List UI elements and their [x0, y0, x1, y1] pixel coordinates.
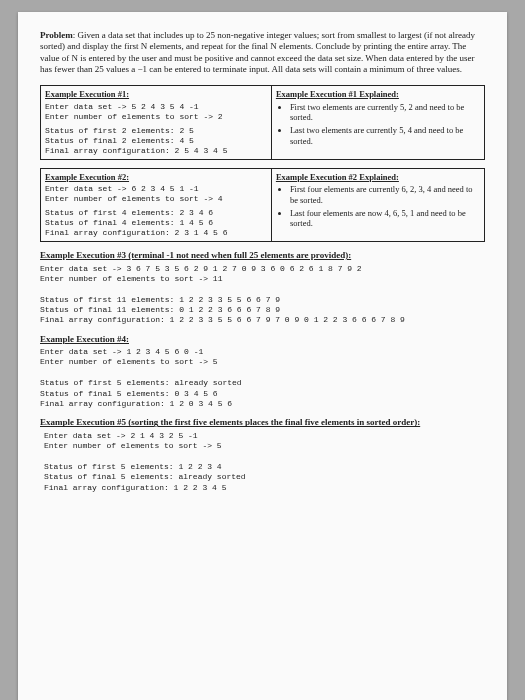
example-2-line1: Enter data set -> 6 2 3 4 5 1 -1: [45, 184, 267, 194]
example-5-line4: Status of final 5 elements: already sort…: [44, 472, 246, 481]
example-3-head: Example Execution #3 (terminal -1 not ne…: [40, 250, 485, 261]
example-2-bullets: First four elements are currently 6, 2, …: [276, 184, 480, 229]
example-5-line5: Final array configuration: 1 2 2 3 4 5: [44, 483, 226, 492]
example-5-line3: Status of first 5 elements: 1 2 2 3 4: [44, 462, 222, 471]
example-4-line4: Status of final 5 elements: 0 3 4 5 6: [40, 389, 218, 398]
example-2-line5: Final array configuration: 2 3 1 4 5 6: [45, 228, 267, 238]
example-5-line2: Enter number of elements to sort -> 5: [44, 441, 222, 450]
example-4-line1: Enter data set -> 1 2 3 4 5 6 0 -1: [40, 347, 203, 356]
example-1-bullet-1: First two elements are currently 5, 2 an…: [290, 102, 480, 123]
example-2-line4: Status of final 4 elements: 1 4 5 6: [45, 218, 267, 228]
example-3-line4: Status of final 11 elements: 0 1 2 2 3 6…: [40, 305, 280, 314]
example-1-head: Example Execution #1:: [45, 89, 267, 100]
example-3-line5: Final array configuration: 1 2 2 3 3 5 5…: [40, 315, 405, 324]
example-5-head: Example Execution #5 (sorting the first …: [40, 417, 485, 428]
example-2-right: Example Execution #2 Explained: First fo…: [271, 168, 484, 242]
example-1-table: Example Execution #1: Enter data set -> …: [40, 85, 485, 160]
example-3-block: Enter data set -> 3 6 7 5 3 5 6 2 9 1 2 …: [40, 264, 485, 326]
example-1-left: Example Execution #1: Enter data set -> …: [41, 86, 272, 160]
example-1-right: Example Execution #1 Explained: First tw…: [271, 86, 484, 160]
example-4-line2: Enter number of elements to sort -> 5: [40, 357, 218, 366]
example-1-line4: Status of final 2 elements: 4 5: [45, 136, 267, 146]
example-4-block: Enter data set -> 1 2 3 4 5 6 0 -1 Enter…: [40, 347, 485, 409]
problem-statement: Problem: Given a data set that includes …: [40, 30, 485, 75]
example-1-bullet-2: Last two elements are currently 5, 4 and…: [290, 125, 480, 146]
page: Problem: Given a data set that includes …: [18, 12, 507, 700]
example-2-explained-head: Example Execution #2 Explained:: [276, 172, 480, 183]
example-2-line2: Enter number of elements to sort -> 4: [45, 194, 267, 204]
example-4-line3: Status of first 5 elements: already sort…: [40, 378, 242, 387]
example-1-bullets: First two elements are currently 5, 2 an…: [276, 102, 480, 147]
example-1-line2: Enter number of elements to sort -> 2: [45, 112, 267, 122]
example-2-bullet-1: First four elements are currently 6, 2, …: [290, 184, 480, 205]
example-4-head: Example Execution #4:: [40, 334, 485, 345]
example-3-line1: Enter data set -> 3 6 7 5 3 5 6 2 9 1 2 …: [40, 264, 362, 273]
example-2-line3: Status of first 4 elements: 2 3 4 6: [45, 208, 267, 218]
example-2-table: Example Execution #2: Enter data set -> …: [40, 168, 485, 243]
problem-label: Problem: [40, 30, 73, 40]
example-1-line3: Status of first 2 elements: 2 5: [45, 126, 267, 136]
example-1-line5: Final array configuration: 2 5 4 3 4 5: [45, 146, 267, 156]
example-3-line2: Enter number of elements to sort -> 11: [40, 274, 222, 283]
example-2-head: Example Execution #2:: [45, 172, 267, 183]
example-1-explained-head: Example Execution #1 Explained:: [276, 89, 480, 100]
example-1-line1: Enter data set -> 5 2 4 3 5 4 -1: [45, 102, 267, 112]
example-5-line1: Enter data set -> 2 1 4 3 2 5 -1: [44, 431, 198, 440]
example-2-left: Example Execution #2: Enter data set -> …: [41, 168, 272, 242]
example-5-block: Enter data set -> 2 1 4 3 2 5 -1 Enter n…: [40, 431, 485, 493]
example-3-line3: Status of first 11 elements: 1 2 2 3 3 5…: [40, 295, 280, 304]
example-2-bullet-2: Last four elements are now 4, 6, 5, 1 an…: [290, 208, 480, 229]
example-4-line5: Final array configuration: 1 2 0 3 4 5 6: [40, 399, 232, 408]
problem-text: : Given a data set that includes up to 2…: [40, 30, 475, 74]
